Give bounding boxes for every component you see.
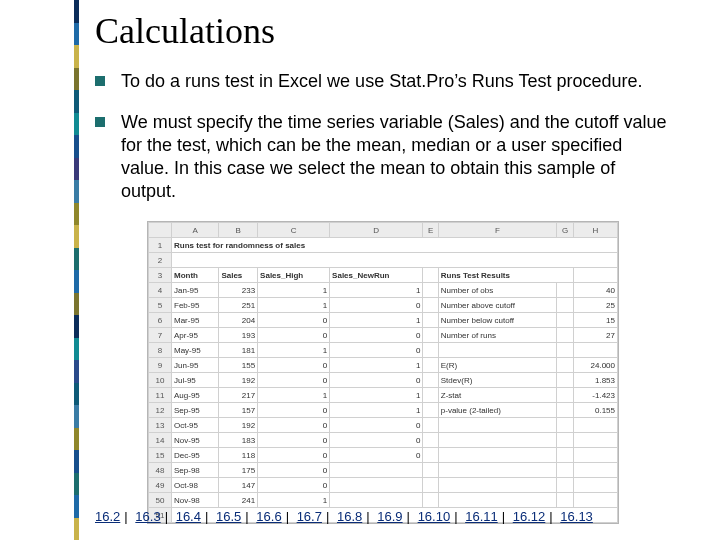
- bullet-text: To do a runs test in Excel we use Stat.P…: [121, 70, 675, 93]
- nav-link[interactable]: 16.12: [513, 509, 546, 524]
- nav-link[interactable]: 16.8: [337, 509, 362, 524]
- nav-link[interactable]: 16.9: [377, 509, 402, 524]
- nav-link[interactable]: 16.2: [95, 509, 120, 524]
- nav-link[interactable]: 16.10: [418, 509, 451, 524]
- bullet-list: To do a runs test in Excel we use Stat.P…: [95, 70, 675, 203]
- nav-link[interactable]: 16.3: [135, 509, 160, 524]
- col-header-row: AB CD EF GH: [149, 223, 618, 238]
- nav-link[interactable]: 16.5: [216, 509, 241, 524]
- nav-link[interactable]: 16.7: [297, 509, 322, 524]
- nav-link[interactable]: 16.6: [256, 509, 281, 524]
- page-title: Calculations: [95, 10, 675, 52]
- side-stripe: [74, 0, 79, 540]
- nav-link[interactable]: 16.4: [176, 509, 201, 524]
- spreadsheet: AB CD EF GH 1Runs test for randomness of…: [147, 221, 619, 524]
- nav-link[interactable]: 16.13: [560, 509, 593, 524]
- bullet-icon: [95, 76, 105, 86]
- bullet-icon: [95, 117, 105, 127]
- nav-link[interactable]: 16.11: [465, 509, 498, 524]
- bullet-text: We must specify the time series variable…: [121, 111, 675, 203]
- footer-nav: 16.2| 16.3| 16.4| 16.5| 16.6| 16.7| 16.8…: [95, 509, 593, 524]
